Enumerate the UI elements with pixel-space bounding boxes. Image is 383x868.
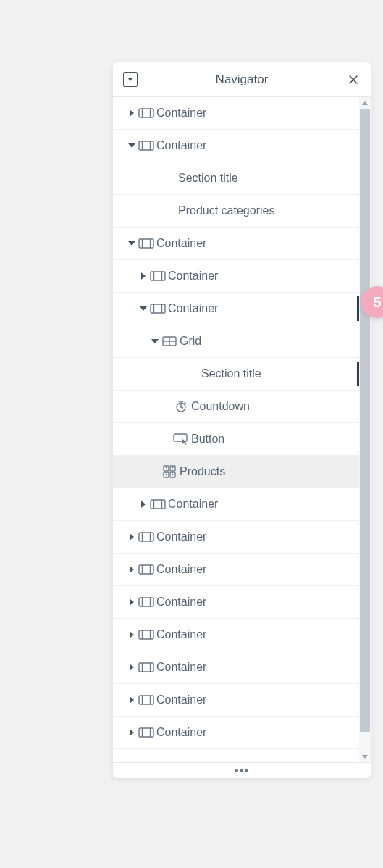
navigator-header: Navigator xyxy=(113,62,371,97)
svg-rect-26 xyxy=(164,466,169,471)
tree-row-label: Container xyxy=(156,661,206,674)
chevron-down-icon xyxy=(151,339,159,343)
svg-rect-8 xyxy=(139,239,153,248)
tree-row[interactable]: Container xyxy=(113,717,359,749)
chevron-right-icon xyxy=(130,664,134,671)
countdown-icon xyxy=(171,400,191,413)
container-icon xyxy=(148,271,168,281)
tree-row-label: Product categories xyxy=(178,204,274,217)
tree-scroll-area: ContainerContainerSection titleProduct c… xyxy=(113,97,371,762)
tree-row[interactable]: Container xyxy=(113,651,359,684)
tree-row[interactable]: Products xyxy=(113,456,359,488)
tree-row-label: Container xyxy=(168,302,218,315)
container-icon xyxy=(136,564,156,575)
chevron-right-icon xyxy=(130,696,134,704)
svg-rect-55 xyxy=(139,728,153,737)
expand-collapse-caret[interactable] xyxy=(139,501,148,508)
svg-rect-29 xyxy=(170,472,175,477)
container-icon xyxy=(136,630,156,640)
drag-handle-icon: ••• xyxy=(235,765,249,777)
tree-row[interactable]: Container xyxy=(113,586,359,619)
expand-collapse-caret[interactable] xyxy=(127,109,136,117)
svg-rect-37 xyxy=(139,533,153,541)
scrollbar-thumb[interactable] xyxy=(360,109,370,732)
expand-collapse-caret[interactable] xyxy=(127,241,136,246)
tree-row-label: Section title xyxy=(201,367,261,380)
expand-collapse-caret[interactable] xyxy=(127,631,136,638)
chevron-down-icon xyxy=(128,241,135,246)
chevron-down-icon xyxy=(140,306,147,311)
tree-row[interactable]: Container xyxy=(113,260,359,293)
tree-row-label: Container xyxy=(156,530,206,543)
tree-row-label: Products xyxy=(180,465,225,478)
chevron-right-icon xyxy=(141,501,146,508)
svg-rect-43 xyxy=(139,598,153,606)
expand-collapse-caret[interactable] xyxy=(127,729,136,736)
svg-point-33 xyxy=(172,474,174,475)
container-icon xyxy=(136,662,156,672)
expand-collapse-caret[interactable] xyxy=(127,696,136,704)
tree-row-label: Container xyxy=(156,139,206,152)
chevron-right-icon xyxy=(130,729,134,736)
tree-row-label: Container xyxy=(156,693,206,706)
scrollbar-track[interactable] xyxy=(359,97,371,762)
svg-rect-34 xyxy=(151,500,165,509)
svg-rect-49 xyxy=(139,663,153,672)
expand-collapse-caret[interactable] xyxy=(127,664,136,671)
scrollbar-rail[interactable] xyxy=(359,109,371,751)
tree-row-label: Container xyxy=(168,498,218,511)
close-icon xyxy=(348,75,358,85)
svg-rect-11 xyxy=(151,272,165,280)
svg-rect-2 xyxy=(139,109,153,117)
expand-collapse-caret[interactable] xyxy=(151,339,159,343)
close-button[interactable] xyxy=(346,72,361,87)
tree-row[interactable]: Container xyxy=(113,228,359,260)
expand-collapse-caret[interactable] xyxy=(127,598,136,606)
grid-icon xyxy=(159,336,180,346)
collapse-all-button[interactable] xyxy=(123,72,138,87)
expand-collapse-caret[interactable] xyxy=(139,306,148,311)
chevron-right-icon xyxy=(130,109,134,117)
navigator-panel: Navigator ContainerContainerSection titl… xyxy=(113,62,371,778)
tree-row[interactable]: Container xyxy=(113,488,359,521)
tree-row-label: Container xyxy=(156,596,206,609)
tree-row-label: Countdown xyxy=(191,400,250,413)
tree-row-label: Grid xyxy=(180,335,201,348)
tree-row[interactable]: Container xyxy=(113,619,359,651)
navigator-tree: ContainerContainerSection titleProduct c… xyxy=(113,97,371,749)
expand-collapse-caret[interactable] xyxy=(127,566,136,573)
svg-point-32 xyxy=(166,474,167,475)
tree-row[interactable]: Product categories xyxy=(113,195,359,228)
tree-row[interactable]: Grid xyxy=(113,325,359,358)
tree-row[interactable]: Countdown xyxy=(113,391,359,423)
expand-collapse-caret[interactable] xyxy=(127,533,136,541)
svg-rect-5 xyxy=(139,141,153,150)
tree-row[interactable]: Button xyxy=(113,423,359,456)
tree-row[interactable]: Container xyxy=(113,97,359,130)
svg-point-30 xyxy=(166,467,167,469)
chevron-down-icon xyxy=(128,143,135,148)
container-icon xyxy=(136,532,156,542)
tree-row[interactable]: Container xyxy=(113,684,359,717)
svg-rect-14 xyxy=(151,304,165,313)
tree-row[interactable]: Container xyxy=(113,554,359,586)
expand-collapse-caret[interactable] xyxy=(127,143,136,148)
scroll-up-button[interactable] xyxy=(359,97,371,109)
container-icon xyxy=(136,141,156,151)
resize-handle[interactable]: ••• xyxy=(113,762,371,778)
svg-point-31 xyxy=(172,467,174,469)
chevron-right-icon xyxy=(130,566,134,573)
chevron-right-icon xyxy=(130,598,134,606)
expand-collapse-caret[interactable] xyxy=(139,272,148,280)
tree-row-label: Container xyxy=(156,107,206,120)
tree-row[interactable]: Container xyxy=(113,130,359,162)
tree-row[interactable]: Container xyxy=(113,293,359,325)
tree-row[interactable]: Container xyxy=(113,521,359,554)
tree-row[interactable]: Section title xyxy=(113,162,359,195)
tree-row[interactable]: Section title xyxy=(113,358,359,391)
arrow-up-icon xyxy=(362,101,368,105)
container-icon xyxy=(148,304,168,314)
tree-row-label: Container xyxy=(156,628,206,641)
scroll-down-button[interactable] xyxy=(359,751,371,762)
svg-line-24 xyxy=(185,403,186,404)
